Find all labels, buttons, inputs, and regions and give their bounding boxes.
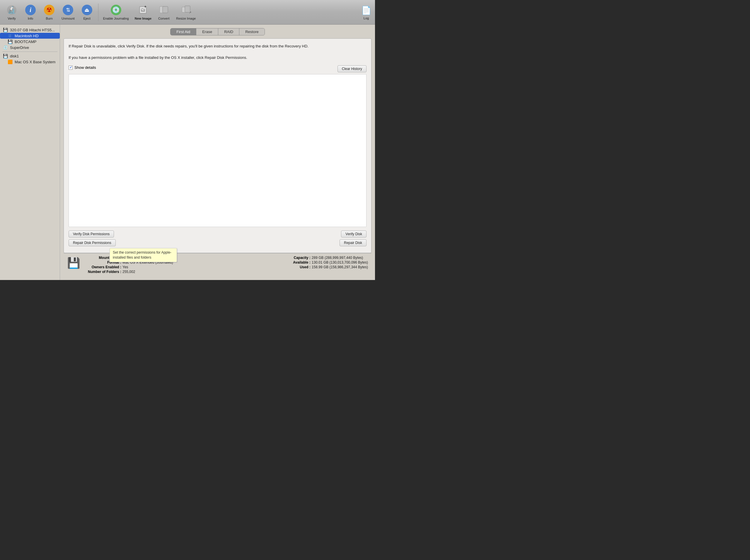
toolbar-verify[interactable]: 🔬 Verify	[3, 3, 20, 21]
sidebar-item-mac-base-system[interactable]: 🟧 Mac OS X Base System	[0, 59, 60, 65]
tab-bar: First Aid Erase RAID Restore	[64, 28, 372, 36]
show-details-label: Show details	[74, 65, 96, 70]
folders-value: 255,002	[122, 270, 135, 274]
toolbar-burn[interactable]: Burn	[40, 3, 58, 21]
tab-first-aid[interactable]: First Aid	[171, 28, 196, 35]
svg-rect-7	[163, 6, 168, 13]
toolbar-enable-journaling[interactable]: 💿 Enable Journaling	[101, 3, 131, 21]
folders-row: Number of Folders : 255,002	[86, 270, 173, 274]
verify-label: Verify	[7, 17, 16, 20]
sidebar-item-superdrive[interactable]: 💿 SuperDrive	[0, 44, 60, 51]
unmount-icon: ⇅	[62, 4, 74, 16]
toolbar: 🔬 Verify i Info Burn ⇅ Unmount ⏏ Eject 💿…	[0, 0, 375, 25]
verify-icon: 🔬	[6, 4, 18, 16]
capacity-value: 289 GB (288,999,997,440 Bytes)	[312, 256, 363, 260]
sidebar-item-hitachi[interactable]: 💾 320.07 GB Hitachi HTS5...	[0, 27, 60, 33]
capacity-row: Capacity : 289 GB (288,999,997,440 Bytes…	[275, 256, 368, 260]
hitachi-label: 320.07 GB Hitachi HTS5...	[10, 28, 55, 32]
unmount-label: Unmount	[61, 17, 75, 20]
hitachi-icon: 💾	[2, 27, 8, 32]
used-value: 158.99 GB (158,986,297,344 Bytes)	[312, 265, 368, 269]
base-system-icon: 🟧	[7, 59, 13, 64]
owners-value: Yes	[122, 265, 128, 269]
burn-icon	[43, 4, 55, 16]
description-text: If Repair Disk is unavailable, click Ver…	[68, 43, 367, 61]
svg-text:+: +	[144, 5, 146, 9]
bottom-right-info: Capacity : 289 GB (288,999,997,440 Bytes…	[275, 256, 368, 269]
tab-restore[interactable]: Restore	[239, 28, 264, 35]
action-buttons-row2: Repair Disk Permissions Repair Disk Set …	[68, 239, 367, 246]
description-line1: If Repair Disk is unavailable, click Ver…	[68, 43, 367, 49]
tooltip: Set the correct permissions for Apple-in…	[110, 248, 177, 262]
toolbar-separator	[98, 3, 98, 21]
svg-text:↗: ↗	[189, 11, 191, 14]
resize-image-icon: ↗	[180, 4, 192, 16]
available-row: Available : 130.01 GB (130,013,700,096 B…	[275, 260, 368, 264]
sidebar-divider	[2, 52, 57, 52]
tab-raid[interactable]: RAID	[218, 28, 239, 35]
toolbar-convert[interactable]: Convert	[155, 3, 173, 21]
disk1-label: disk1	[10, 54, 19, 58]
bottom-disk-icon: 💾	[67, 257, 80, 269]
available-label: Available :	[275, 260, 311, 264]
resize-image-label: Resize Image	[176, 17, 196, 20]
bootcamp-label: BOOTCAMP	[15, 40, 36, 44]
owners-label: Owners Enabled :	[86, 265, 121, 269]
verify-disk-button[interactable]: Verify Disk	[341, 231, 367, 238]
bootcamp-icon: 💾	[7, 39, 13, 44]
log-icon: 📄	[360, 5, 372, 16]
sidebar-item-disk1[interactable]: 💾 disk1	[0, 53, 60, 59]
eject-label: Eject	[83, 17, 90, 20]
convert-label: Convert	[158, 17, 170, 20]
sidebar-item-bootcamp[interactable]: 💾 BOOTCAMP	[0, 39, 60, 44]
sidebar: 💾 320.07 GB Hitachi HTS5... 🖥 Macintosh …	[0, 25, 60, 280]
toolbar-log[interactable]: 📄 Log	[360, 5, 372, 20]
show-details-checkbox[interactable]	[68, 66, 73, 70]
right-panel: First Aid Erase RAID Restore If Repair D…	[60, 25, 375, 280]
toolbar-info[interactable]: i Info	[22, 3, 39, 21]
info-label: Info	[28, 17, 33, 20]
verify-disk-permissions-button[interactable]: Verify Disk Permissions	[68, 231, 114, 238]
burn-label: Burn	[46, 17, 53, 20]
disk1-icon: 💾	[2, 54, 8, 58]
details-area	[68, 74, 367, 227]
toolbar-resize-image[interactable]: ↗ Resize Image	[174, 3, 198, 21]
main-area: 💾 320.07 GB Hitachi HTS5... 🖥 Macintosh …	[0, 25, 375, 280]
macintosh-hd-icon: 🖥	[7, 33, 13, 38]
action-buttons-row1: Verify Disk Permissions Verify Disk	[68, 231, 367, 238]
repair-disk-button[interactable]: Repair Disk	[339, 239, 367, 246]
toolbar-eject[interactable]: ⏏ Eject	[78, 3, 96, 21]
convert-icon	[158, 4, 170, 16]
used-row: Used : 158.99 GB (158,986,297,344 Bytes)	[275, 265, 368, 269]
clear-history-button[interactable]: Clear History	[337, 65, 367, 72]
new-image-icon: 🗂 +	[137, 4, 149, 16]
toolbar-unmount[interactable]: ⇅ Unmount	[59, 3, 77, 21]
sidebar-item-macintosh-hd[interactable]: 🖥 Macintosh HD	[0, 33, 60, 39]
superdrive-icon: 💿	[2, 45, 8, 50]
tab-erase[interactable]: Erase	[196, 28, 218, 35]
toolbar-new-image[interactable]: 🗂 + New Image	[133, 3, 154, 21]
folders-label: Number of Folders :	[86, 270, 121, 274]
description-line2: If you have a permissions problem with a…	[68, 55, 367, 61]
enable-journaling-icon: 💿	[110, 4, 122, 16]
owners-row: Owners Enabled : Yes	[86, 265, 173, 269]
tab-container: First Aid Erase RAID Restore	[170, 28, 265, 36]
used-label: Used :	[275, 265, 311, 269]
new-image-label: New Image	[135, 17, 152, 20]
superdrive-label: SuperDrive	[10, 45, 29, 50]
eject-icon: ⏏	[81, 4, 93, 16]
enable-journaling-label: Enable Journaling	[103, 17, 129, 20]
macintosh-hd-label: Macintosh HD	[15, 34, 39, 38]
content-panel: If Repair Disk is unavailable, click Ver…	[64, 38, 372, 253]
svg-text:🔬: 🔬	[7, 5, 16, 14]
mac-base-label: Mac OS X Base System	[15, 60, 55, 64]
log-label: Log	[363, 16, 369, 20]
capacity-label: Capacity :	[275, 256, 311, 260]
info-icon: i	[25, 4, 36, 16]
available-value: 130.01 GB (130,013,700,096 Bytes)	[312, 260, 368, 264]
show-details-row: Show details	[68, 65, 96, 70]
repair-disk-permissions-button[interactable]: Repair Disk Permissions	[68, 239, 116, 246]
